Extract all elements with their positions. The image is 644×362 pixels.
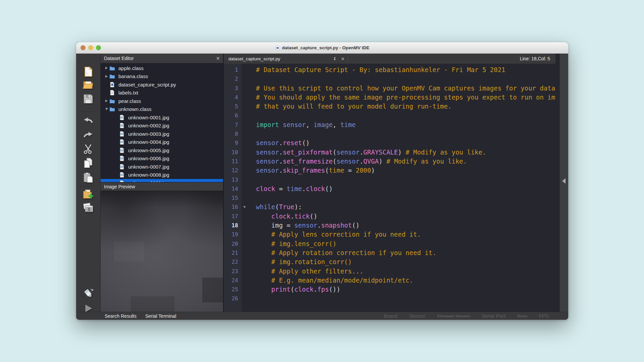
code-text: clock = time.clock() <box>241 184 333 193</box>
code-line-23: 23 # Apply other filters... <box>224 267 559 276</box>
tree-item-label: unknown-0007.jpg <box>128 164 169 170</box>
tree-item-unknown-0004.jpg[interactable]: unknown-0004.jpg <box>101 138 223 146</box>
capture-data-icon <box>83 202 94 214</box>
right-panel-handle[interactable] <box>559 54 568 312</box>
tree-item-label: unknown-0004.jpg <box>128 139 169 145</box>
chevron-down-icon[interactable] <box>104 108 109 110</box>
code-line-21: 21 # Apply rotation correction if you ne… <box>224 248 559 257</box>
undo-icon <box>83 115 94 127</box>
connect-button[interactable] <box>82 287 95 300</box>
code-text: # You should apply the same image pre-pr… <box>241 93 555 102</box>
file-tree: apple.classbanana.classdataset_capture_s… <box>101 63 223 182</box>
new-class-folder-button[interactable] <box>82 188 95 201</box>
line-number: 14 <box>224 184 241 193</box>
line-number: 19 <box>224 230 241 239</box>
cut-icon <box>83 143 94 156</box>
tree-item-pear.class[interactable]: pear.class <box>101 97 223 105</box>
line-col-indicator: Line: 18,Col: 5 <box>515 56 555 61</box>
close-window-button[interactable] <box>80 45 86 50</box>
code-editor[interactable]: 1# Dataset Capture Script - By: sebastia… <box>224 64 559 312</box>
tree-item-label: unknown-0002.jpg <box>128 123 169 128</box>
tree-item-unknown-0005.jpg[interactable]: unknown-0005.jpg <box>101 146 223 155</box>
code-text <box>241 193 256 202</box>
line-number: 21 <box>224 248 241 257</box>
tree-item-dataset_capture_script.py[interactable]: dataset_capture_script.py <box>101 80 223 89</box>
new-file-button[interactable] <box>82 66 95 78</box>
chevron-right-icon[interactable] <box>104 75 109 78</box>
title-bar: dataset_capture_script.py - OpenMV IDE <box>76 42 568 54</box>
tree-item-unknown.class[interactable]: unknown.class <box>101 105 223 114</box>
tree-item-label: unknown-0001.jpg <box>128 115 169 120</box>
tree-item-unknown-0003.jpg[interactable]: unknown-0003.jpg <box>101 130 223 138</box>
code-line-9: 9sensor.reset() <box>224 138 559 147</box>
redo-button[interactable] <box>82 129 95 141</box>
tree-item-unknown-0001.jpg[interactable]: unknown-0001.jpg <box>101 113 223 122</box>
code-text: print(clock.fps()) <box>241 285 340 294</box>
line-number: 25 <box>224 285 241 294</box>
close-icon[interactable]: × <box>215 55 220 61</box>
chevron-right-icon[interactable] <box>104 67 109 69</box>
tab-close-icon[interactable]: × <box>339 56 346 62</box>
code-line-10: 10sensor.set_pixformat(sensor.GRAYSCALE)… <box>224 148 559 157</box>
code-line-3: 3# Use this script to control how your O… <box>224 84 559 93</box>
tree-item-label: labels.txt <box>118 90 138 96</box>
tree-item-unknown-0008.jpg[interactable]: unknown-0008.jpg <box>101 171 223 179</box>
tree-item-label: unknown-0005.jpg <box>128 147 169 153</box>
status-label-board: Board: <box>384 313 398 319</box>
preview-shade <box>202 278 223 302</box>
toolbar <box>76 54 101 312</box>
tree-item-apple.class[interactable]: apple.class <box>101 64 223 72</box>
tree-item-unknown-0002.jpg[interactable]: unknown-0002.jpg <box>101 122 223 130</box>
code-line-8: 8 <box>224 129 559 138</box>
open-file-button[interactable] <box>82 79 95 92</box>
editor-pane: dataset_capture_script.py × Line: 18,Col… <box>224 54 559 312</box>
code-line-12: 12sensor.skip_frames(time = 2000) <box>224 166 559 175</box>
code-line-4: 4# You should apply the same image pre-p… <box>224 93 559 102</box>
window-title: dataset_capture_script.py - OpenMV IDE <box>76 45 568 50</box>
code-text: sensor.reset() <box>241 138 310 147</box>
tree-item-unknown-0007.jpg[interactable]: unknown-0007.jpg <box>101 163 223 171</box>
line-number: 11 <box>224 157 241 166</box>
code-line-16: 16while(True): <box>224 202 559 212</box>
tree-item-banana.class[interactable]: banana.class <box>101 72 223 81</box>
imgfile-icon <box>119 139 125 145</box>
save-icon <box>83 93 94 106</box>
tab-serial-terminal[interactable]: Serial Terminal <box>145 313 176 319</box>
code-text: img = sensor.snapshot() <box>241 221 360 230</box>
code-line-1: 1# Dataset Capture Script - By: sebastia… <box>224 65 559 74</box>
status-label-drive: Drive: <box>517 314 528 318</box>
tab-dataset-capture-script[interactable]: dataset_capture_script.py <box>224 54 330 64</box>
tree-item-label: banana.class <box>118 73 148 79</box>
tree-item-unknown-0009.jpg[interactable]: unknown-0009.jpg <box>101 179 223 182</box>
fold-marker-icon[interactable] <box>243 206 246 208</box>
zoom-window-button[interactable] <box>96 45 101 50</box>
code-line-19: 19 # Apply lens correction if you need i… <box>224 230 559 239</box>
undo-button[interactable] <box>82 114 95 127</box>
capture-data-button[interactable] <box>82 201 95 214</box>
minimize-window-button[interactable] <box>88 45 93 50</box>
preview-shade <box>131 296 174 312</box>
code-line-26: 26 <box>224 294 559 303</box>
pyfile-icon <box>109 82 116 87</box>
toolbar-separator <box>79 186 98 187</box>
save-file-button[interactable] <box>82 93 95 106</box>
code-line-15: 15 <box>224 193 559 202</box>
tree-item-unknown-0006.jpg[interactable]: unknown-0006.jpg <box>101 155 223 163</box>
cut-button[interactable] <box>82 143 95 156</box>
code-text <box>241 74 256 83</box>
chevron-right-icon[interactable] <box>104 100 109 102</box>
tab-search-results[interactable]: Search Results <box>105 313 137 319</box>
image-preview <box>101 191 223 312</box>
tab-switcher-icon[interactable] <box>334 57 336 60</box>
dataset-editor-title: Dataset Editor <box>104 56 215 61</box>
code-line-22: 22 # img.rotation_corr() <box>224 257 559 266</box>
copy-button[interactable] <box>82 157 95 170</box>
tree-item-label: unknown-0003.jpg <box>128 131 169 137</box>
tree-item-labels.txt[interactable]: labels.txt <box>101 89 223 97</box>
bottom-bar: Search Results Serial Terminal Board:Sen… <box>76 312 568 320</box>
code-line-6: 6 <box>224 111 559 120</box>
code-text: # Use this script to control how your Op… <box>241 84 555 93</box>
line-number: 5 <box>224 102 241 111</box>
paste-button[interactable] <box>82 172 95 184</box>
new-class-folder-icon <box>83 188 94 201</box>
